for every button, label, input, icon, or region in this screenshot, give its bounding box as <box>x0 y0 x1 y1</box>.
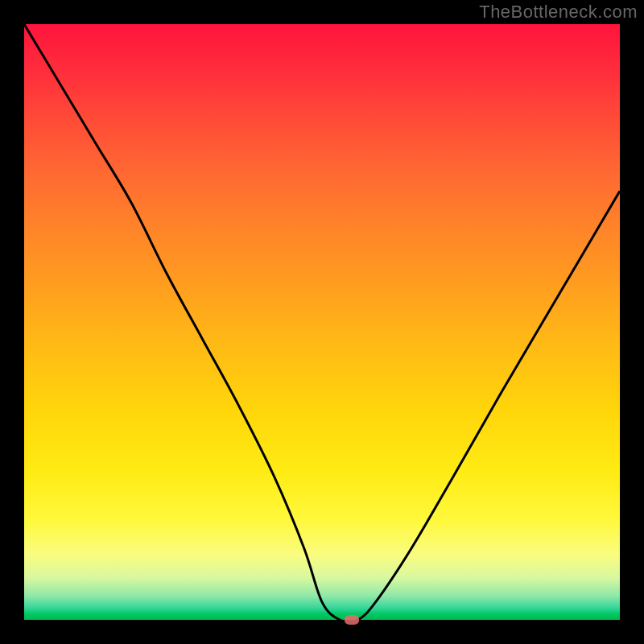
chart-frame: TheBottleneck.com <box>0 0 644 644</box>
plot-area <box>24 24 620 620</box>
optimum-marker <box>345 615 359 625</box>
bottleneck-curve <box>24 24 620 620</box>
watermark-text: TheBottleneck.com <box>479 2 638 23</box>
curve-path <box>24 24 620 620</box>
